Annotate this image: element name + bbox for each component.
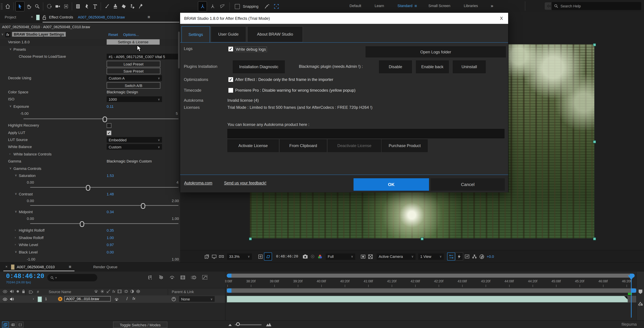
tab-effect-controls[interactable]: Effect Controls (49, 15, 73, 19)
layer-fx-icon[interactable]: fx (132, 296, 135, 300)
navigator-start-handle[interactable] (227, 274, 232, 278)
ok-button[interactable]: OK (354, 178, 429, 191)
lut-source-dropdown[interactable]: Embedded ∨ (107, 137, 162, 143)
project-tab-close-icon[interactable]: × (31, 15, 33, 19)
midpoint-slider-track[interactable] (30, 223, 178, 224)
white-level-value[interactable]: 0.97 (107, 243, 114, 247)
resolution-dropdown[interactable]: Full ∨ (326, 253, 355, 260)
parent-pickwhip-icon[interactable] (172, 297, 176, 301)
exposure-value[interactable]: 0.11 (107, 104, 114, 108)
exposure-adjust-value[interactable]: +0.0 (487, 254, 494, 258)
workspace-learn[interactable]: Learn (375, 4, 384, 8)
layer-quality-icon[interactable]: / (126, 296, 128, 301)
layer-row[interactable]: › 1 A007_06...010.braw / fx None ∨ (0, 295, 225, 303)
workspace-small-screen[interactable]: Small Screen (428, 4, 450, 8)
twirl-icon[interactable]: ∨ (10, 47, 12, 51)
transparency-grid-icon[interactable] (366, 253, 374, 260)
layer-handle-bottom-right[interactable] (593, 237, 596, 240)
panel-menu-icon[interactable]: ≡ (148, 15, 150, 20)
timeline-comp-tab[interactable]: A007_06250048_C010 (17, 265, 55, 269)
work-area-start-handle[interactable] (227, 288, 232, 293)
twirl-right-icon[interactable]: › (15, 236, 16, 239)
layer-eye-icon[interactable] (3, 297, 8, 301)
choose-preset-dropdown[interactable]: #1 - A095_08171258_C007 Vital 5 (107, 54, 180, 60)
options-link[interactable]: Options... (123, 33, 139, 37)
toggle-switches-modes-button[interactable]: Toggle Switches / Modes (113, 322, 167, 328)
zoom-tool-icon[interactable] (33, 2, 41, 11)
layer-audio-icon[interactable] (10, 297, 14, 301)
work-area-bar[interactable] (227, 288, 636, 293)
more-workspaces-chevron[interactable]: » (491, 3, 494, 9)
license-key-input[interactable] (228, 129, 504, 138)
snapshot-camera-icon[interactable] (302, 253, 309, 260)
layer-handle-bottom-left[interactable] (249, 237, 252, 240)
highlight-rolloff-value[interactable]: 0.35 (107, 228, 114, 232)
always-preview-icon[interactable] (203, 253, 210, 260)
timeline-tab-close-icon[interactable]: × (5, 264, 8, 268)
workspace-menu-icon[interactable]: ≡ (414, 3, 417, 8)
pen-tool-icon[interactable] (82, 2, 90, 11)
feedback-link[interactable]: Send us your feedback! (224, 181, 266, 185)
expand-transfer-controls-icon[interactable] (10, 322, 16, 328)
hand-tool-icon[interactable] (24, 2, 33, 11)
open-logs-folder-button[interactable]: Open Logs folder (366, 46, 506, 57)
vr-view-icon[interactable] (218, 253, 225, 260)
source-name-column-header[interactable]: Source Name (49, 290, 71, 294)
comp-mini-map-icon[interactable] (638, 301, 643, 306)
help-search-box[interactable]: Search Help (552, 2, 641, 10)
expand-inout-panes-icon[interactable] (17, 322, 24, 328)
layer-handle-top-right[interactable] (593, 43, 596, 46)
load-preset-button[interactable]: Load Preset (107, 61, 160, 67)
puppet-pin-tool-icon[interactable] (136, 2, 144, 11)
brush-tool-icon[interactable] (103, 2, 111, 11)
frame-blending-icon[interactable] (180, 275, 186, 280)
unlock-icon[interactable] (42, 15, 46, 20)
decode-using-dropdown[interactable]: Custom A ∨ (107, 75, 162, 81)
twirl-right-icon[interactable]: › (10, 152, 10, 155)
write-debug-logs-checkbox[interactable]: ✓ (228, 47, 233, 51)
primary-viewer-icon[interactable] (210, 253, 218, 260)
cancel-button[interactable]: Cancel (431, 178, 505, 191)
tab-project[interactable]: Project (5, 15, 16, 19)
midpoint-slider-handle[interactable] (80, 221, 84, 227)
layer-twirl-icon[interactable]: › (33, 297, 34, 300)
midpoint-value[interactable]: 0.34 (107, 210, 114, 214)
contrast-slider-track[interactable] (30, 205, 178, 206)
layer-label-swatch[interactable] (38, 296, 42, 302)
decode-first-frame-label[interactable]: After Effect : Decode only the first fra… (235, 77, 333, 82)
comp-label-swatch[interactable] (11, 264, 14, 270)
effect-controls-filename[interactable]: A007_06250048_C010.braw (78, 15, 125, 19)
tab-about-braw-studio[interactable]: About BRAW Studio (247, 26, 303, 42)
parent-link-column-header[interactable]: Parent & Link (172, 290, 194, 294)
apply-lut-checkbox[interactable]: ✓ (107, 131, 111, 135)
mask-visibility-icon[interactable] (359, 253, 366, 260)
twirl-icon[interactable]: ∨ (10, 104, 12, 108)
timeline-panel-icon[interactable] (463, 253, 470, 260)
exposure-slider-handle[interactable] (103, 117, 107, 122)
camera-tool-icon[interactable] (53, 2, 62, 11)
timeline-navigator-bar[interactable] (227, 274, 634, 278)
twirl-right-icon[interactable]: › (15, 228, 16, 232)
region-of-interest-icon[interactable] (264, 252, 272, 260)
layer-handle-bottom-mid[interactable] (420, 237, 424, 240)
activate-license-button[interactable]: Activate License (228, 139, 279, 152)
black-level-value[interactable]: 0.00 (107, 250, 114, 254)
roto-brush-tool-icon[interactable] (128, 2, 136, 11)
disable-button[interactable]: Disable (379, 61, 412, 73)
saturation-slider-handle[interactable] (86, 185, 90, 191)
zoom-in-mountains-icon[interactable] (266, 322, 272, 327)
time-ruler[interactable]: 38:08f38:20f39:08f39:20f40:08f40:20f41:0… (225, 274, 636, 287)
rectangle-tool-icon[interactable] (74, 2, 82, 11)
deactivate-license-button[interactable]: Deactivate License (328, 139, 381, 152)
workspace-standard[interactable]: Standard (398, 4, 412, 8)
twirl-icon[interactable]: ∨ (15, 250, 17, 253)
zoom-out-mountain-icon[interactable] (228, 323, 232, 326)
autokroma-site-link[interactable]: Autokroma.com (184, 181, 212, 185)
exposure-aperture-icon[interactable] (478, 253, 485, 260)
tab-settings[interactable]: Settings (182, 26, 210, 42)
share-view-icon[interactable] (447, 252, 455, 260)
comp-marker-bin-icon[interactable] (638, 289, 643, 294)
workspace-libraries[interactable]: Libraries (464, 4, 478, 8)
shy-layers-icon[interactable] (170, 275, 175, 280)
saturation-value[interactable]: 1.53 (107, 174, 114, 178)
